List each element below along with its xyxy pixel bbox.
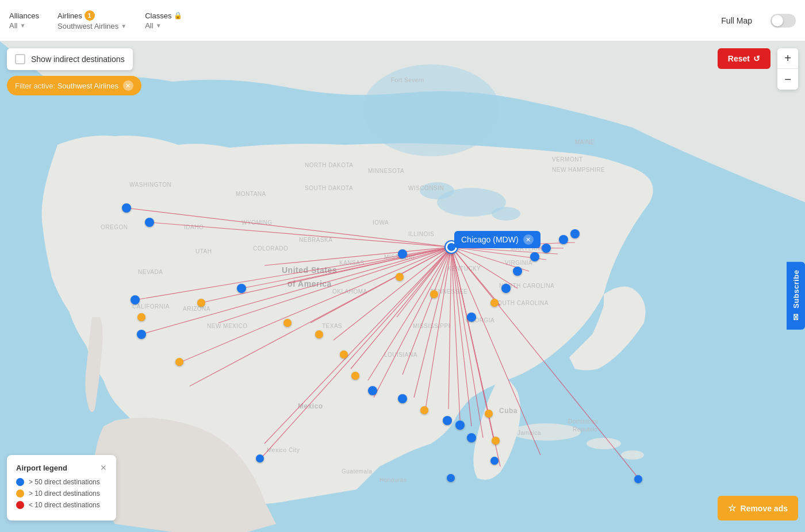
filter-active-close-button[interactable]: ✕	[123, 80, 133, 91]
airport-dot-elpaso[interactable]	[315, 330, 323, 338]
airlines-filter: Airlines 1 Southwest Airlines ▼	[57, 10, 126, 30]
alliances-chevron-icon: ▼	[20, 22, 25, 29]
zoom-out-button[interactable]: −	[777, 69, 798, 90]
svg-point-4	[362, 64, 500, 156]
airlines-label: Airlines 1	[57, 10, 126, 21]
svg-point-7	[621, 450, 644, 460]
full-map-toggle[interactable]	[770, 14, 796, 28]
alliances-label: Alliances	[9, 11, 39, 20]
classes-label: Classes 🔒	[145, 11, 182, 20]
airport-dot-la[interactable]	[137, 330, 146, 339]
reset-button[interactable]: Reset ↺	[718, 48, 770, 69]
airport-dot-raleigh[interactable]	[501, 284, 511, 293]
airport-dot-nashville[interactable]	[430, 290, 438, 298]
legend-label-large: > 50 direct destinations	[29, 478, 100, 486]
airlines-chevron-icon: ▼	[121, 23, 126, 29]
airport-dot-philly[interactable]	[542, 244, 551, 253]
airport-legend: Airport legend ✕ > 50 direct destination…	[7, 455, 116, 521]
airlines-badge: 1	[85, 10, 95, 21]
toggle-knob	[772, 15, 783, 26]
legend-item-small: < 10 direct destinations	[16, 501, 107, 509]
airport-dot-abq[interactable]	[283, 319, 292, 327]
airport-dot-phoenix[interactable]	[197, 299, 205, 307]
filter-active-text: Filter active: Southwest Airlines	[15, 82, 118, 90]
chicago-tooltip-label: Chicago (MDW)	[461, 235, 519, 244]
filter-active-badge: Filter active: Southwest Airlines ✕	[7, 76, 141, 95]
legend-label-medium: > 10 direct destinations	[29, 489, 100, 498]
airport-dot-seattle[interactable]	[145, 218, 154, 227]
airport-dot-norfolk[interactable]	[513, 267, 522, 276]
legend-item-large: > 50 direct destinations	[16, 478, 107, 486]
star-icon: ☆	[728, 503, 736, 514]
airport-dot-ft-lauderdale[interactable]	[467, 433, 476, 442]
legend-label-small: < 10 direct destinations	[29, 501, 100, 509]
svg-point-2	[420, 182, 454, 199]
airport-dot-tampa[interactable]	[443, 416, 452, 425]
svg-point-6	[586, 438, 621, 449]
legend-item-medium: > 10 direct destinations	[16, 489, 107, 498]
airport-dot-miami[interactable]	[485, 410, 493, 418]
airport-dot-houston[interactable]	[368, 386, 377, 395]
legend-header: Airport legend ✕	[16, 463, 107, 472]
airport-dot-dallas[interactable]	[340, 350, 348, 358]
mail-icon: ✉	[791, 313, 801, 322]
airport-dot-austin[interactable]	[351, 372, 359, 380]
airport-dot-bwi[interactable]	[530, 252, 539, 261]
airport-dot-memphis[interactable]	[396, 273, 404, 281]
classes-dropdown[interactable]: All ▼	[145, 21, 182, 30]
legend-dot-blue	[16, 478, 24, 486]
airport-dot-neworleans[interactable]	[398, 394, 407, 403]
legend-title: Airport legend	[16, 464, 67, 472]
airlines-dropdown[interactable]: Southwest Airlines ▼	[57, 22, 126, 30]
legend-close-button[interactable]: ✕	[100, 463, 107, 472]
svg-point-5	[512, 423, 581, 441]
zoom-controls: + −	[777, 48, 798, 90]
show-indirect-label: Show indirect destinations	[31, 55, 125, 64]
header: Alliances All ▼ Airlines 1 Southwest Air…	[0, 0, 805, 41]
legend-dot-orange	[16, 489, 24, 498]
airport-dot-san-jose[interactable]	[137, 313, 145, 321]
airport-dot-atlanta[interactable]	[467, 313, 476, 322]
classes-chevron-icon: ▼	[156, 22, 162, 29]
map-background	[0, 41, 805, 532]
airport-dot-boston[interactable]	[570, 229, 580, 238]
airport-dot-jamaica[interactable]	[490, 457, 499, 465]
legend-dot-red	[16, 501, 24, 509]
show-indirect-container: Show indirect destinations	[7, 48, 133, 70]
remove-ads-button[interactable]: ☆ Remove ads	[718, 496, 798, 521]
lock-icon: 🔒	[174, 11, 182, 20]
airport-dot-orlando[interactable]	[455, 421, 465, 430]
airport-dot-cancun[interactable]	[447, 474, 455, 482]
subscribe-container: ✉ Subscribe	[787, 262, 805, 330]
zoom-in-button[interactable]: +	[777, 48, 798, 69]
alliances-dropdown[interactable]: All ▼	[9, 21, 39, 30]
airport-dot-denver[interactable]	[237, 284, 246, 293]
alliances-filter: Alliances All ▼	[9, 11, 39, 30]
show-indirect-checkbox[interactable]	[15, 54, 25, 64]
classes-filter: Classes 🔒 All ▼	[145, 11, 182, 30]
chicago-tooltip: Chicago (MDW) ✕	[454, 231, 540, 248]
airport-dot-charlotte[interactable]	[490, 299, 499, 307]
airport-dot-cabo[interactable]	[256, 454, 264, 462]
airport-dot-sf[interactable]	[131, 295, 140, 304]
svg-point-3	[492, 207, 520, 221]
map[interactable]: Fort Severn WASHINGTON OREGON IDAHO UTAH…	[0, 41, 805, 532]
airport-dot-stlouis[interactable]	[398, 249, 407, 259]
chicago-tooltip-close[interactable]: ✕	[523, 234, 534, 245]
airport-dot-caribbean[interactable]	[634, 475, 642, 483]
full-map-label: Full Map	[721, 16, 752, 25]
airport-dot-san-diego[interactable]	[175, 358, 183, 366]
airport-dot-mobile[interactable]	[420, 406, 428, 414]
airport-dot-newark[interactable]	[559, 235, 568, 244]
airport-dot-key-west[interactable]	[492, 437, 500, 445]
subscribe-button[interactable]: ✉ Subscribe	[787, 262, 805, 330]
reset-icon: ↺	[753, 54, 760, 63]
airport-dot-portland[interactable]	[122, 203, 131, 213]
